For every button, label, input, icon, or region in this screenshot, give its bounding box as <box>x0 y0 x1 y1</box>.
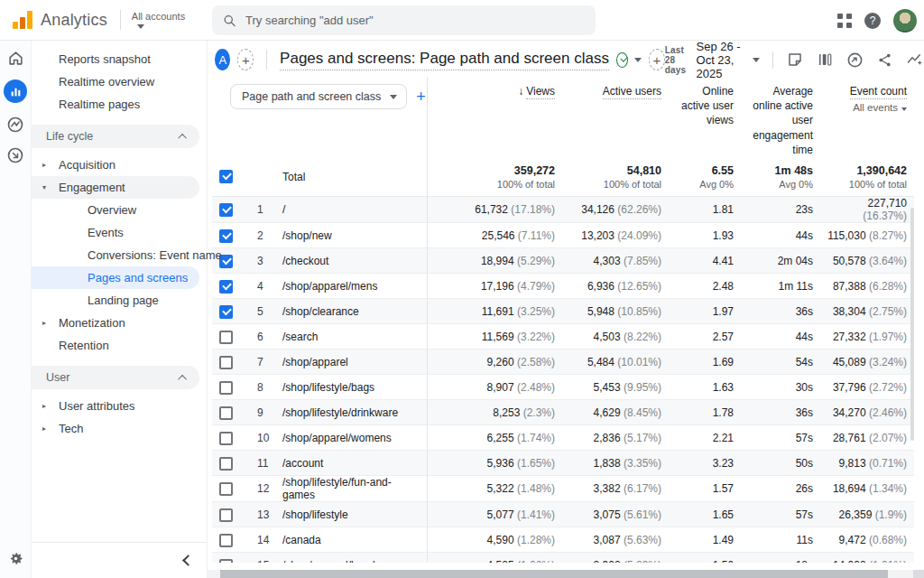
page-title[interactable]: Pages and screens: Page path and screen … <box>280 50 609 70</box>
online-views-cell: 3.23 <box>669 451 741 476</box>
sidebar-item-acquisition[interactable]: ▸Acquisition <box>32 154 207 176</box>
row-checkbox[interactable] <box>219 229 233 243</box>
row-checkbox[interactable] <box>219 331 233 344</box>
total-checkbox[interactable] <box>219 170 233 183</box>
compare-icon[interactable] <box>817 51 833 68</box>
sidebar-item-label: Tech <box>59 422 83 435</box>
row-checkbox[interactable] <box>219 305 233 319</box>
sidebar-item-tech[interactable]: ▸Tech <box>32 417 207 440</box>
sidebar-item-realtime-pages[interactable]: Realtime pages <box>32 93 207 116</box>
chevron-down-icon[interactable] <box>753 58 760 62</box>
nav-rail <box>0 41 32 578</box>
row-checkbox[interactable] <box>219 534 233 547</box>
column-header-views[interactable]: ↓Views <box>427 77 562 157</box>
row-index: 13 <box>250 502 275 527</box>
sidebar-item-user-attributes[interactable]: ▸User attributes <box>32 395 207 417</box>
row-checkbox[interactable] <box>219 381 233 395</box>
page-path-cell: /search <box>275 324 427 350</box>
views-cell: 4,525 (1.26%) <box>427 553 562 563</box>
user-avatar[interactable] <box>893 9 917 33</box>
row-index: 15 <box>250 553 275 563</box>
sidebar-item-overview[interactable]: Overview <box>32 199 207 221</box>
sidebar-item-landing-page[interactable]: Landing page <box>32 289 207 312</box>
online-views-cell: 1.81 <box>669 197 741 223</box>
property-badge[interactable]: A <box>215 49 230 70</box>
reports-icon[interactable] <box>4 79 27 103</box>
sidebar-item-conversions-event-name[interactable]: Conversions: Event name <box>32 244 207 266</box>
table-row: 11 /account 5,936 (1.65%) 1,838 (3.35%) … <box>212 451 914 476</box>
chevron-down-icon[interactable] <box>634 58 642 62</box>
event-count-cell: 9,813 (0.71%) <box>820 451 914 476</box>
row-checkbox[interactable] <box>219 559 233 563</box>
horizontal-scrollbar-track <box>208 570 924 578</box>
active-users-cell: 34,126 (62.26%) <box>562 197 669 223</box>
sidebar-item-monetization[interactable]: ▸Monetization <box>32 312 207 334</box>
sidebar-section-life-cycle[interactable]: Life cycle <box>32 125 199 148</box>
row-checkbox[interactable] <box>219 406 233 420</box>
avg-time-cell: 11s <box>741 527 820 553</box>
active-users-cell: 4,503 (8.22%) <box>562 324 669 350</box>
sidebar-item-realtime-overview[interactable]: Realtime overview <box>32 70 207 93</box>
apps-grid-icon[interactable] <box>837 14 852 28</box>
search-input[interactable] <box>245 14 585 27</box>
report-ok-badge-icon[interactable] <box>616 52 628 68</box>
row-checkbox[interactable] <box>219 457 233 471</box>
insights-circle-icon[interactable] <box>846 51 864 69</box>
row-checkbox[interactable] <box>219 356 233 369</box>
date-range-value[interactable]: Sep 26 - Oct 23, 2025 <box>697 40 745 80</box>
avg-time-cell: 23s <box>741 197 820 223</box>
active-users-cell: 13,203 (24.09%) <box>562 223 669 248</box>
row-index: 4 <box>250 274 275 299</box>
table-row: 14 /canada 4,590 (1.28%) 3,087 (5.63%) 1… <box>212 527 914 553</box>
row-checkbox[interactable] <box>219 203 233 217</box>
column-header-active-users[interactable]: Active users <box>562 77 669 157</box>
event-filter[interactable]: All events <box>827 101 907 116</box>
chevron-up-icon <box>178 374 187 383</box>
share-icon[interactable] <box>877 52 892 68</box>
column-header-online-views[interactable]: Online active user views <box>669 77 741 157</box>
admin-gear-icon[interactable] <box>0 550 32 567</box>
collapse-sidebar-icon[interactable] <box>182 555 194 566</box>
page-path-cell: /canada <box>275 527 427 553</box>
vertical-scrollbar[interactable] <box>910 208 914 441</box>
table-total-row: Total 359,272100% of total 54,810100% of… <box>212 157 914 197</box>
help-icon[interactable]: ? <box>864 13 881 29</box>
row-checkbox[interactable] <box>219 482 233 496</box>
total-online-views: 6.55 <box>676 164 734 177</box>
row-checkbox[interactable] <box>219 508 233 522</box>
add-dimension-button[interactable]: + <box>416 86 426 107</box>
sidebar-item-events[interactable]: Events <box>32 221 207 244</box>
sidebar-item-reports-snapshot[interactable]: Reports snapshot <box>32 48 207 70</box>
table-row: 8 /shop/lifestyle/bags 8,907 (2.48%) 5,4… <box>212 375 914 400</box>
avg-time-cell: 18s <box>741 553 820 563</box>
column-header-avg-engagement[interactable]: Average online active user engagement ti… <box>741 77 820 157</box>
horizontal-scrollbar[interactable] <box>220 570 888 578</box>
note-icon[interactable] <box>787 51 803 68</box>
account-selector[interactable]: All accounts <box>132 11 185 29</box>
explore-icon[interactable] <box>6 116 24 134</box>
add-report-button[interactable]: + <box>649 49 665 70</box>
row-checkbox[interactable] <box>219 432 233 445</box>
analytics-logo-icon[interactable] <box>13 11 32 29</box>
row-index: 9 <box>250 400 275 425</box>
dimension-selector[interactable]: Page path and screen class <box>230 84 407 109</box>
sidebar-item-retention[interactable]: Retention <box>32 334 207 357</box>
online-views-cell: 1.93 <box>669 223 741 248</box>
active-users-cell: 2,836 (5.17%) <box>562 425 669 451</box>
insights-spark-icon[interactable] <box>906 51 924 68</box>
avg-time-cell: 44s <box>741 324 820 350</box>
event-count-cell: 227,710 (16.37%) <box>820 197 914 223</box>
column-header-event-count[interactable]: Event count All events <box>820 77 914 157</box>
row-checkbox[interactable] <box>219 280 233 294</box>
home-icon[interactable] <box>7 50 24 67</box>
sidebar-item-engagement[interactable]: ▾Engagement <box>32 176 199 199</box>
search-bar[interactable] <box>212 5 596 35</box>
advertising-icon[interactable] <box>6 146 24 164</box>
views-cell: 5,936 (1.65%) <box>427 451 562 476</box>
sidebar-section-user[interactable]: User <box>32 366 199 389</box>
sidebar-item-pages-and-screens[interactable]: Pages and screens <box>32 266 199 289</box>
active-users-cell: 3,075 (5.61%) <box>562 502 669 527</box>
add-comparison-button[interactable]: + <box>237 49 254 70</box>
table-row: 12 /shop/lifestyle/fun-and-games 5,322 (… <box>212 476 914 502</box>
divider <box>120 10 121 30</box>
